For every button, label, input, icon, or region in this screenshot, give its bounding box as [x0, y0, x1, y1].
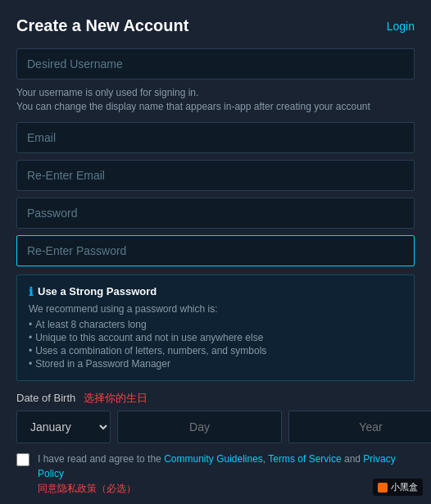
password-hint-title: ℹ Use a Strong Password [29, 285, 402, 298]
password-group: 密码 [16, 198, 415, 229]
password-hint-item: Unique to this account and not in use an… [29, 331, 402, 344]
page-title: Create a New Account [16, 16, 188, 35]
dob-section: Date of Birth 选择你的生日 January February Ma… [16, 391, 415, 443]
password-hint-item: At least 8 characters long [29, 318, 402, 331]
info-icon: ℹ [29, 285, 33, 298]
login-link[interactable]: Login [387, 20, 415, 33]
username-input[interactable]: 用户名（非昵称） [16, 48, 415, 79]
re-email-input[interactable]: 确认邮箱 [16, 160, 415, 191]
password-hint-item: Uses a combination of letters, numbers, … [29, 344, 402, 357]
username-group: 用户名（非昵称） [16, 48, 415, 79]
password-input[interactable]: 密码 [16, 198, 415, 229]
dob-label: Date of Birth 选择你的生日 [16, 391, 415, 406]
re-password-input[interactable]: 确认密码 [16, 235, 415, 266]
password-hint-list: At least 8 characters longUnique to this… [29, 318, 402, 370]
community-guidelines-link[interactable]: Community Guidelines [164, 453, 263, 465]
re-password-group: 确认密码 [16, 235, 415, 266]
re-email-group: 确认邮箱 [16, 160, 415, 191]
dob-hint: 选择你的生日 [84, 391, 147, 406]
year-input[interactable] [288, 411, 431, 443]
terms-checkbox[interactable] [16, 453, 29, 466]
email-group: 邮箱 [16, 122, 415, 153]
watermark: 小黑盒 [373, 479, 423, 496]
terms-label[interactable]: I have read and agree to the Community G… [38, 452, 415, 496]
page-header: Create a New Account Login [16, 16, 415, 35]
terms-required-note: 同意隐私政策（必选） [38, 483, 136, 494]
terms-of-service-link[interactable]: Terms of Service [268, 453, 341, 465]
watermark-icon [378, 483, 388, 493]
password-hint-item: Stored in a Password Manager [29, 357, 402, 370]
email-input[interactable]: 邮箱 [16, 122, 415, 153]
day-input[interactable] [117, 411, 282, 443]
month-select[interactable]: January February March April May June Ju… [16, 411, 111, 443]
dob-row: January February March April May June Ju… [16, 411, 415, 443]
password-hint-box: ℹ Use a Strong Password We recommend usi… [16, 275, 415, 381]
password-hint-subtitle: We recommend using a password which is: [29, 303, 402, 315]
username-hint: Your username is only used for signing i… [16, 86, 415, 114]
terms-checkbox-row: I have read and agree to the Community G… [16, 452, 415, 496]
